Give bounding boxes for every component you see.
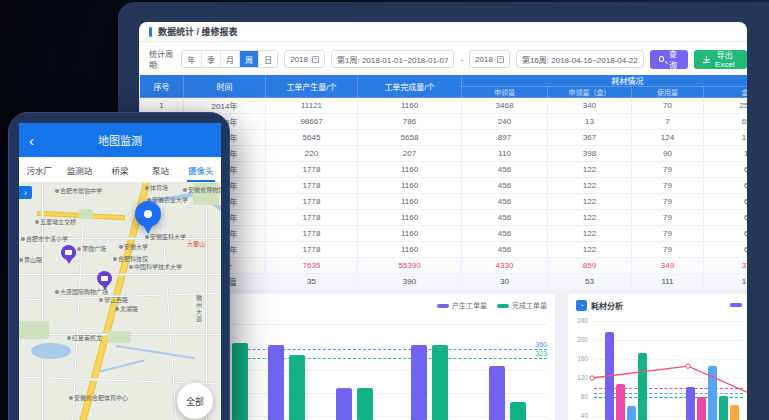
- river: [115, 345, 194, 359]
- export-excel-button[interactable]: 导出Excel: [694, 50, 747, 69]
- selected-camera-pin[interactable]: [135, 201, 161, 227]
- breadcrumb-accent: [149, 27, 152, 37]
- bar-完成工单量: [289, 355, 305, 420]
- table-row: 22015年98667786240137690: [140, 114, 748, 130]
- map-label: 安徽大学: [119, 244, 148, 251]
- report-table-wrap: 序号时间工单产生量/个工单完成量/个耗材情况申领量申领量（盒）使用量金额1201…: [139, 74, 747, 290]
- filter-bar: 统计周期: 年季月周日 2018 第1周: 2018-01-01~2018-01…: [139, 46, 747, 72]
- group-header: 耗材情况: [462, 75, 748, 87]
- period-option-季[interactable]: 季: [201, 51, 220, 67]
- park-area: [19, 321, 49, 339]
- breadcrumb: 数据统计 / 维修报表: [139, 22, 747, 42]
- bar-完成工单量: [432, 345, 448, 420]
- total-row: 合计7635553904330859349332: [140, 258, 748, 274]
- table-row: 92018年177811604561227967: [140, 226, 748, 242]
- year-start-select[interactable]: 2018: [284, 50, 325, 68]
- bar-完成工单量: [232, 343, 248, 420]
- map-label: 黄山路: [19, 257, 42, 264]
- period-segmented-control[interactable]: 年季月周日: [181, 50, 278, 68]
- legend-item: 完成工单量: [497, 300, 547, 310]
- street-road: [205, 183, 208, 420]
- map-label: 大唐国际购物广场: [55, 289, 95, 296]
- map-label: 安徽医科大学: [145, 234, 186, 241]
- map-label: 体育场: [145, 185, 168, 192]
- col-header: 工单完成量/个: [358, 75, 462, 98]
- chart-legend: 产生工单量完成工单量: [437, 300, 547, 310]
- street-road: [158, 183, 179, 420]
- river: [99, 359, 144, 372]
- calendar-icon: [312, 56, 319, 63]
- map-label: 徽州大道: [195, 295, 202, 323]
- phone-title: 地图监测: [98, 132, 142, 148]
- all-button[interactable]: 全部: [177, 383, 213, 419]
- range-separator: -: [460, 55, 463, 64]
- map-label: 合肥科技馆: [113, 256, 148, 263]
- search-icon: [659, 56, 664, 62]
- week-end-input[interactable]: 第16周: 2018-04-16~2018-04-22: [516, 50, 644, 68]
- camera-marker[interactable]: [97, 271, 112, 286]
- consumables-chart: ◔ 耗材分析 2402001601208040: [568, 294, 747, 420]
- col-header: 工单产生量/个: [266, 75, 358, 98]
- table-row: 42017年2202071103989019: [140, 146, 748, 162]
- table-row: 52018年177811604561227967: [140, 162, 748, 178]
- sub-col-header: 申领量（盒）: [548, 87, 632, 98]
- period-option-月[interactable]: 月: [220, 51, 239, 67]
- download-icon: [703, 56, 708, 63]
- bar-完成工单量: [357, 388, 373, 420]
- col-header: 序号: [140, 75, 184, 98]
- average-row: 平均值353903053111146: [140, 274, 748, 290]
- tab-泵站[interactable]: 泵站: [140, 157, 180, 182]
- bar-产生工单量: [268, 345, 284, 420]
- report-table: 序号时间工单产生量/个工单完成量/个耗材情况申领量申领量（盒）使用量金额1201…: [139, 74, 747, 290]
- table-row: 32016年56455658897367124129: [140, 130, 748, 146]
- period-option-日[interactable]: 日: [258, 51, 277, 67]
- camera-marker[interactable]: [61, 245, 76, 260]
- table-row: 62018年177811604561227967: [140, 178, 748, 194]
- sub-col-header: 金额: [704, 87, 748, 98]
- map-label: 安徽省博物馆: [183, 187, 221, 194]
- bar-完成工单量: [510, 402, 526, 420]
- dashboard-panel: 数据统计 / 维修报表 统计周期: 年季月周日 2018 第1周: 2018-0…: [139, 22, 747, 420]
- bar-产生工单量: [336, 388, 352, 420]
- trend-line: [568, 294, 747, 420]
- table-row: 102018年177811604561227967: [140, 242, 748, 258]
- breadcrumb-text: 数据统计 / 维修报表: [158, 25, 238, 38]
- map-label: 翠微广场: [77, 246, 106, 253]
- period-option-周[interactable]: 周: [239, 51, 258, 67]
- table-row: 82018年177811604561227967: [140, 210, 748, 226]
- expand-icon[interactable]: ›: [19, 186, 32, 199]
- period-option-年[interactable]: 年: [182, 51, 201, 67]
- table-row: 12014年1112111603468340702508: [140, 98, 748, 114]
- sub-col-header: 使用量: [632, 87, 704, 98]
- map-label: 合肥市宁溪小学: [21, 236, 68, 243]
- filter-label: 统计周期:: [149, 48, 175, 70]
- col-header: 时间: [184, 75, 266, 98]
- phone-mockup: ‹ 地图监测 污水厂监测站桥梁泵站摄像头 › 全部 合肥市琥珀中学体育场安徽农业…: [8, 112, 230, 420]
- tab-监测站[interactable]: 监测站: [59, 157, 99, 182]
- pond: [31, 343, 71, 359]
- map-label: 红星美凯龙: [67, 335, 102, 342]
- tab-桥梁[interactable]: 桥梁: [100, 157, 140, 182]
- year-end-select[interactable]: 2018: [469, 50, 510, 68]
- park-area: [107, 331, 131, 343]
- tab-摄像头[interactable]: 摄像头: [181, 157, 221, 182]
- tab-污水厂[interactable]: 污水厂: [19, 157, 59, 182]
- map-label: 中国科学技术大学: [129, 264, 175, 271]
- week-start-input[interactable]: 第1周: 2018-01-01~2018-01-07: [331, 50, 454, 68]
- sub-col-header: 申领量: [462, 87, 548, 98]
- back-icon[interactable]: ‹: [29, 133, 34, 148]
- legend-item: 产生工单量: [437, 300, 487, 310]
- map-label: 安徽省合肥体育中心: [69, 395, 113, 402]
- phone-header: ‹ 地图监测: [19, 123, 221, 157]
- phone-tabs: 污水厂监测站桥梁泵站摄像头: [19, 157, 221, 183]
- query-button[interactable]: 查询: [650, 50, 688, 69]
- map-label: 望江西路: [99, 297, 128, 304]
- map-view[interactable]: › 全部 合肥市琥珀中学体育场安徽农业大学安徽省博物馆五里墩立交桥合肥市宁溪小学…: [19, 183, 221, 420]
- park-area: [79, 209, 93, 219]
- charts-strip: 产生工单量完成工单量 360323 ◔ 耗材分析 240200160120804…: [139, 290, 747, 420]
- phone-screen: ‹ 地图监测 污水厂监测站桥梁泵站摄像头 › 全部 合肥市琥珀中学体育场安徽农业…: [19, 123, 221, 420]
- table-row: 72018年177811604561227967: [140, 194, 748, 210]
- map-label: 合肥市琥珀中学: [55, 188, 102, 195]
- bar-产生工单量: [411, 345, 427, 420]
- calendar-icon: [497, 56, 504, 63]
